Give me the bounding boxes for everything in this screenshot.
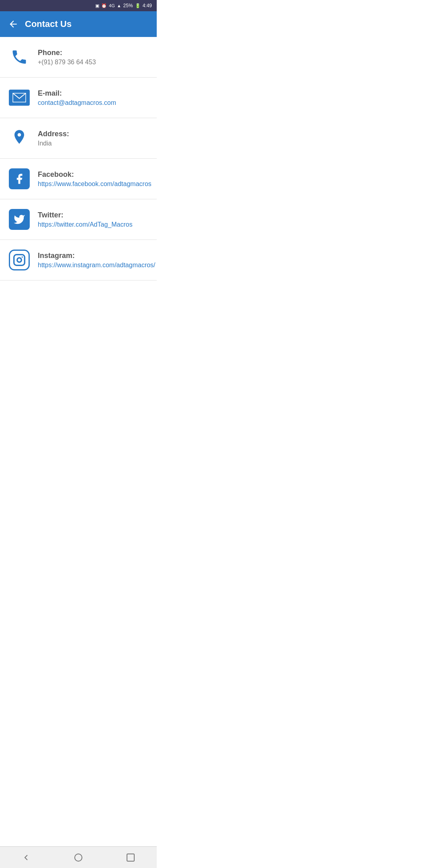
instagram-label: Instagram: bbox=[38, 252, 156, 260]
svg-point-2 bbox=[22, 256, 23, 258]
address-text: Address: India bbox=[38, 130, 69, 147]
instagram-text: Instagram: https://www.instagram.com/adt… bbox=[38, 252, 156, 269]
email-value[interactable]: contact@adtagmacros.com bbox=[38, 99, 116, 106]
battery-percent: 25% bbox=[123, 3, 133, 8]
phone-item[interactable]: Phone: +(91) 879 36 64 453 bbox=[0, 37, 157, 78]
twitter-text: Twitter: https://twitter.com/AdTag_Macro… bbox=[38, 211, 133, 228]
address-value: India bbox=[38, 140, 69, 147]
facebook-value[interactable]: https://www.facebook.com/adtagmacros bbox=[38, 180, 151, 188]
twitter-value[interactable]: https://twitter.com/AdTag_Macros bbox=[38, 221, 133, 228]
location-icon bbox=[8, 127, 31, 149]
network-icon: 4G bbox=[109, 3, 115, 8]
phone-value: +(91) 879 36 64 453 bbox=[38, 59, 96, 66]
status-icons: ▣ ⏰ 4G ▲ 25% 🔋 4:49 bbox=[95, 3, 152, 8]
twitter-label: Twitter: bbox=[38, 211, 133, 219]
back-button[interactable] bbox=[8, 19, 18, 29]
instagram-item[interactable]: Instagram: https://www.instagram.com/adt… bbox=[0, 240, 157, 280]
phone-text: Phone: +(91) 879 36 64 453 bbox=[38, 49, 96, 66]
twitter-item[interactable]: Twitter: https://twitter.com/AdTag_Macro… bbox=[0, 199, 157, 240]
alarm-icon: ⏰ bbox=[101, 3, 107, 8]
page-title: Contact Us bbox=[25, 19, 72, 29]
instagram-icon bbox=[8, 249, 31, 271]
facebook-item[interactable]: Facebook: https://www.facebook.com/adtag… bbox=[0, 159, 157, 199]
status-bar: ▣ ⏰ 4G ▲ 25% 🔋 4:49 bbox=[0, 0, 157, 11]
address-item: Address: India bbox=[0, 118, 157, 159]
instagram-value[interactable]: https://www.instagram.com/adtagmacros/ bbox=[38, 262, 156, 269]
facebook-icon bbox=[8, 168, 31, 190]
email-item[interactable]: E-mail: contact@adtagmacros.com bbox=[0, 78, 157, 118]
signal-icon: ▲ bbox=[117, 3, 121, 8]
phone-icon bbox=[8, 46, 31, 68]
facebook-text: Facebook: https://www.facebook.com/adtag… bbox=[38, 170, 151, 188]
address-label: Address: bbox=[38, 130, 69, 138]
twitter-icon bbox=[8, 208, 31, 231]
email-text: E-mail: contact@adtagmacros.com bbox=[38, 89, 116, 106]
time: 4:49 bbox=[143, 3, 152, 8]
svg-point-1 bbox=[17, 258, 22, 262]
email-icon bbox=[8, 86, 31, 109]
vibrate-icon: ▣ bbox=[95, 3, 99, 8]
phone-label: Phone: bbox=[38, 49, 96, 57]
contact-list: Phone: +(91) 879 36 64 453 E-mail: conta… bbox=[0, 37, 157, 280]
app-bar: Contact Us bbox=[0, 11, 157, 37]
facebook-label: Facebook: bbox=[38, 170, 151, 179]
svg-rect-0 bbox=[14, 255, 25, 266]
email-label: E-mail: bbox=[38, 89, 116, 98]
battery-icon: 🔋 bbox=[135, 3, 141, 8]
